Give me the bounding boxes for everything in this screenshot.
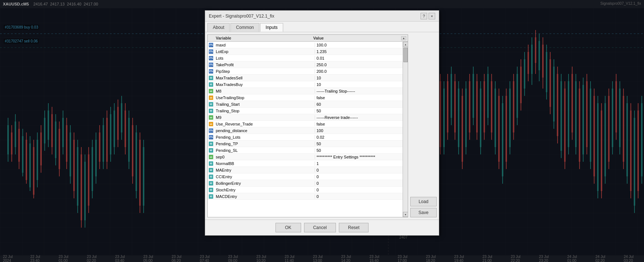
row-variable-name: MaxTradesBuy	[214, 82, 315, 87]
row-variable-value: 60	[315, 102, 403, 106]
scrollbar-track: ▲ ▼	[403, 42, 408, 217]
table-row[interactable]: V%Lots0.01	[208, 55, 403, 61]
row-variable-name: M9	[214, 115, 315, 120]
table-row[interactable]: IdTrailing_Stop50	[208, 108, 403, 114]
row-icon: V%	[208, 134, 214, 141]
scroll-space	[403, 63, 408, 212]
row-icon: Id	[208, 81, 214, 88]
row-variable-name: Use_Reverse_Trade	[214, 122, 315, 126]
row-variable-value: false	[315, 96, 403, 100]
table-row[interactable]: IdMAEntry0	[208, 167, 403, 173]
row-icon: Id	[208, 167, 214, 173]
row-variable-name: MaxTradesSell	[214, 76, 315, 80]
table-row[interactable]: V%maxd100.0	[208, 42, 403, 48]
row-variable-value: 0	[315, 175, 403, 179]
close-button[interactable]: ×	[429, 13, 435, 19]
row-variable-value: 0	[315, 168, 403, 172]
row-icon: V%	[208, 127, 214, 134]
row-variable-name: Trailing_Start	[214, 102, 315, 106]
table-row[interactable]: abM8------Trailing Stop------	[208, 88, 403, 94]
tab-inputs[interactable]: Inputs	[260, 23, 283, 32]
table-row[interactable]: IdCCIEntry0	[208, 173, 403, 180]
row-variable-value: 1.235	[315, 49, 403, 54]
table-body[interactable]: V%maxd100.0V%LotExp1.235V%Lots0.01V%Take…	[208, 42, 403, 217]
dialog: Expert - Signalspro007_V12.1_fix ? × Abo…	[205, 10, 439, 236]
table-row[interactable]: IdTrailing_Start60	[208, 101, 403, 108]
table-row[interactable]: IdMaxTradesSell10	[208, 75, 403, 81]
tabs-bar: About Common Inputs	[205, 22, 439, 32]
save-button[interactable]: Save	[410, 208, 437, 217]
tab-common[interactable]: Common	[230, 23, 259, 32]
row-variable-name: Pending_SL	[214, 148, 315, 153]
row-variable-value: 100	[315, 128, 403, 133]
row-variable-value: false	[315, 122, 403, 126]
row-variable-name: maxd	[214, 43, 315, 47]
row-icon: Id	[208, 180, 214, 187]
table-row[interactable]: IdMACDEntry0	[208, 193, 403, 200]
row-variable-name: LotExp	[214, 49, 315, 54]
row-variable-name: Lots	[214, 56, 315, 60]
row-icon: V%	[208, 61, 214, 68]
dialog-footer: OK Cancel Reset	[205, 220, 439, 235]
row-icon: V%	[208, 42, 214, 48]
row-icon: Id	[208, 173, 214, 180]
table-row[interactable]: abUse_Reverse_Tradefalse	[208, 121, 403, 127]
row-icon: ab	[208, 88, 214, 94]
row-variable-value: 0	[315, 181, 403, 186]
cancel-button[interactable]: Cancel	[304, 223, 336, 232]
reset-button[interactable]: Reset	[339, 223, 369, 232]
table-row[interactable]: V%Pending_Lots0.02	[208, 134, 403, 141]
row-variable-name: UseTrailingStop	[214, 96, 315, 100]
row-variable-value: 10	[315, 76, 403, 80]
col-variable-header: Variable	[216, 36, 313, 40]
table-row[interactable]: IdNormalBB1	[208, 160, 403, 167]
row-icon: Id	[208, 108, 214, 114]
dialog-title: Expert - Signalspro007_V12.1_fix	[209, 14, 274, 19]
scroll-thumb[interactable]	[403, 48, 408, 62]
modal-overlay: Expert - Signalspro007_V12.1_fix ? × Abo…	[0, 0, 644, 262]
scroll-down-btn[interactable]: ▼	[403, 212, 408, 217]
row-icon: Id	[208, 141, 214, 147]
row-variable-value: 100.0	[315, 43, 403, 47]
row-variable-value: 0	[315, 194, 403, 199]
table-container: Variable Value ▲ V%maxd100.0V%LotExp1.23…	[207, 34, 408, 217]
row-variable-value: 0.02	[315, 135, 403, 139]
table-row[interactable]: IdPending_TP50	[208, 141, 403, 147]
row-variable-name: NormalBB	[214, 161, 315, 166]
table-row[interactable]: IdBollingerEntry0	[208, 180, 403, 187]
row-icon: ab	[208, 154, 214, 160]
row-variable-name: pending_distance	[214, 128, 315, 133]
dialog-titlebar: Expert - Signalspro007_V12.1_fix ? ×	[205, 11, 439, 22]
row-icon: Id	[208, 193, 214, 200]
table-row[interactable]: IdMaxTradesBuy10	[208, 81, 403, 88]
row-variable-name: MAEntry	[214, 168, 315, 172]
help-button[interactable]: ?	[421, 13, 427, 19]
row-variable-value: ------Reverse trade------	[315, 115, 403, 120]
row-variable-name: MACDEntry	[214, 194, 315, 199]
row-variable-name: TakeProfit	[214, 63, 315, 67]
table-row[interactable]: abUseTrailingStopfalse	[208, 94, 403, 101]
row-icon: Id	[208, 101, 214, 108]
table-row[interactable]: V%pending_distance100	[208, 127, 403, 134]
row-variable-value: 50	[315, 109, 403, 113]
dialog-controls: ? ×	[421, 13, 435, 19]
scroll-up-button[interactable]: ▲	[401, 36, 406, 40]
scroll-up-btn[interactable]: ▲	[403, 42, 408, 47]
load-button[interactable]: Load	[410, 197, 437, 206]
row-variable-name: Trailing_Stop	[214, 109, 315, 113]
tab-about[interactable]: About	[207, 23, 230, 32]
table-header: Variable Value ▲	[208, 35, 408, 42]
ok-button[interactable]: OK	[275, 223, 301, 232]
table-scroll-area: V%maxd100.0V%LotExp1.235V%Lots0.01V%Take…	[208, 42, 408, 217]
table-row[interactable]: IdStochEntry0	[208, 187, 403, 193]
row-icon: ab	[208, 114, 214, 121]
row-variable-name: StochEntry	[214, 188, 315, 192]
row-icon: V%	[208, 68, 214, 75]
table-row[interactable]: V%LotExp1.235	[208, 48, 403, 55]
row-variable-value: ********** Entry Settings **********	[315, 155, 403, 159]
table-row[interactable]: absep0********** Entry Settings ********…	[208, 154, 403, 160]
table-row[interactable]: IdPending_SL50	[208, 147, 403, 154]
table-row[interactable]: V%TakeProfit250.0	[208, 61, 403, 68]
table-row[interactable]: V%PipStep200.0	[208, 68, 403, 75]
table-row[interactable]: abM9------Reverse trade------	[208, 114, 403, 121]
